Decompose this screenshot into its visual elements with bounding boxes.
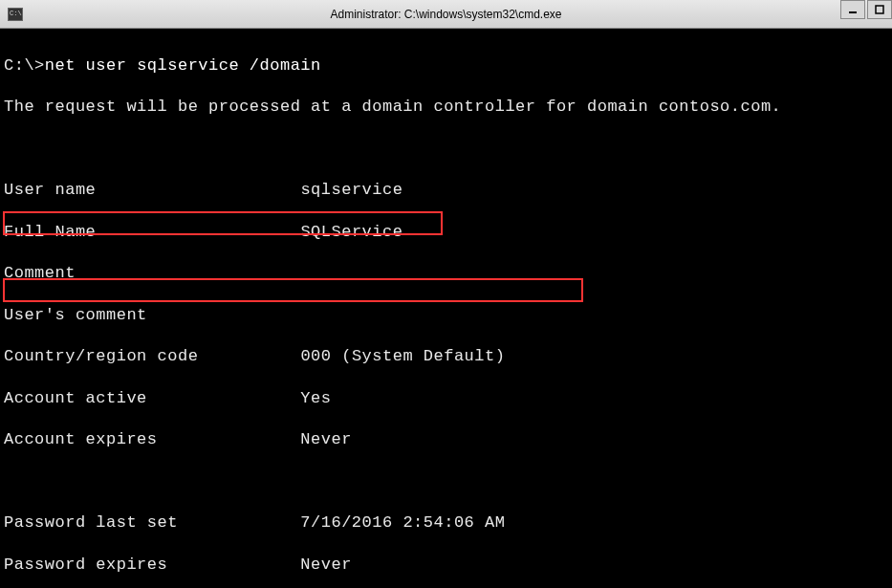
processing-message: The request will be processed at a domai… (4, 97, 888, 118)
country-region-row: Country/region code 000 (System Default) (4, 346, 888, 367)
window-title: Administrator: C:\windows\system32\cmd.e… (330, 8, 561, 21)
maximize-button[interactable] (867, 0, 892, 19)
terminal-output[interactable]: C:\>net user sqlservice /domain The requ… (0, 29, 892, 588)
users-comment-row: User's comment (4, 305, 888, 326)
cmd-icon (8, 8, 23, 21)
blank-line (4, 139, 888, 160)
minimize-button[interactable] (840, 0, 865, 19)
window-controls (838, 0, 892, 21)
account-expires-row: Account expires Never (4, 429, 888, 450)
comment-row: Comment (4, 263, 888, 284)
svg-rect-1 (876, 6, 883, 13)
blank-line (4, 471, 888, 492)
command-line: C:\>net user sqlservice /domain (4, 55, 888, 76)
password-last-set-row: Password last set 7/16/2016 2:54:06 AM (4, 512, 888, 534)
full-name-row: Full Name SQLService (4, 222, 888, 243)
account-active-row: Account active Yes (4, 388, 888, 409)
window-titlebar: Administrator: C:\windows\system32\cmd.e… (0, 0, 892, 29)
user-name-row: User name sqlservice (4, 180, 888, 201)
password-expires-row: Password expires Never (4, 555, 888, 576)
